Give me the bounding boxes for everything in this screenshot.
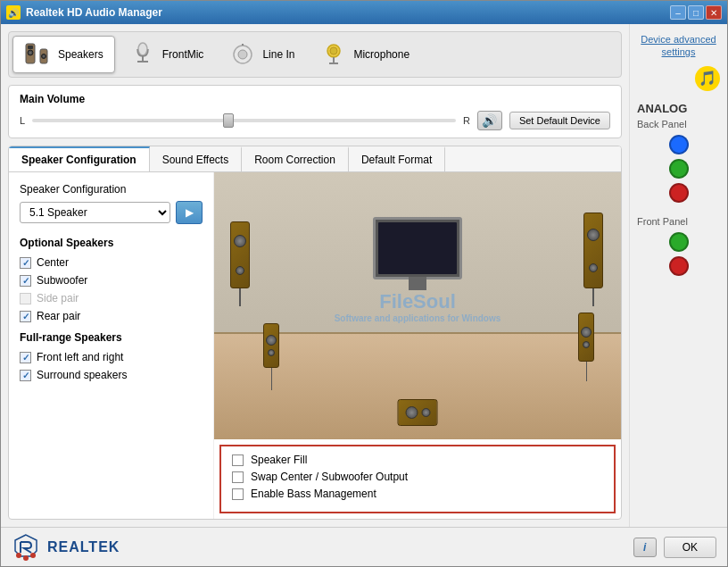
linein-icon: [228, 40, 257, 69]
svg-point-14: [330, 47, 337, 54]
svg-rect-3: [28, 46, 33, 49]
volume-slider[interactable]: [32, 119, 456, 122]
tab-header-default-format[interactable]: Default Format: [349, 146, 445, 171]
ok-button[interactable]: OK: [664, 537, 716, 558]
checkbox-center-input[interactable]: [20, 257, 31, 269]
checkbox-rear-pair-input[interactable]: [20, 311, 31, 322]
volume-row: L R 🔊 Set Default Device: [20, 111, 610, 130]
volume-label: Main Volume: [20, 93, 610, 105]
front-panel-label: Front Panel: [637, 216, 688, 227]
checkbox-side-pair: Side pair: [20, 292, 203, 304]
right-rear-speaker: [583, 213, 603, 306]
options-box: Speaker Fill Swap Center / Subwoofer Out…: [219, 445, 616, 513]
close-button[interactable]: ✕: [706, 5, 722, 20]
maximize-button[interactable]: □: [688, 5, 704, 20]
optional-speakers-title: Optional Speakers: [20, 237, 203, 249]
tab-frontmic[interactable]: FrontMic: [117, 36, 216, 73]
title-bar-left: 🔊 Realtek HD Audio Manager: [6, 5, 162, 20]
front-connector-green[interactable]: [669, 232, 689, 252]
option-speaker-fill-label: Speaker Fill: [251, 454, 307, 466]
bottom-bar: REALTEK i OK: [1, 527, 727, 566]
tab-header-speaker-config[interactable]: Speaker Configuration: [9, 146, 150, 171]
svg-point-18: [16, 553, 21, 558]
speaker-visualization: FileSoul Software and applications for W…: [214, 172, 621, 439]
play-button[interactable]: ▶: [176, 201, 203, 224]
tab-microphone-label: Microphone: [353, 48, 410, 61]
content-area: Speakers FrontMic: [1, 24, 727, 527]
set-default-button[interactable]: Set Default Device: [509, 112, 610, 129]
tabs-panel: Speaker Configuration Sound Effects Room…: [8, 146, 622, 520]
full-range-title: Full-range Speakers: [20, 331, 203, 344]
mute-button[interactable]: 🔊: [477, 111, 502, 130]
tab-header-sound-effects[interactable]: Sound Effects: [150, 146, 243, 171]
svg-point-6: [43, 55, 45, 57]
checkbox-rear-pair-label: Rear pair: [37, 310, 80, 322]
svg-point-17: [23, 555, 29, 561]
svg-point-2: [29, 52, 32, 54]
volume-section: Main Volume L R 🔊 Set Default Device: [8, 85, 622, 138]
minimize-button[interactable]: –: [670, 5, 686, 20]
app-icon: 🔊: [6, 5, 21, 20]
checkbox-rear-pair: Rear pair: [20, 310, 203, 322]
back-connector-red[interactable]: [669, 183, 689, 203]
checkbox-front-lr: Front left and right: [20, 351, 203, 363]
volume-thumb[interactable]: [223, 113, 234, 128]
checkbox-center: Center: [20, 256, 203, 269]
checkbox-subwoofer-label: Subwoofer: [37, 274, 87, 287]
tv-display: [373, 217, 462, 279]
checkbox-speaker-fill[interactable]: [232, 454, 244, 466]
brand-name: REALTEK: [47, 539, 120, 555]
checkbox-front-lr-input[interactable]: [20, 352, 31, 363]
checkbox-front-lr-label: Front left and right: [37, 351, 123, 363]
option-enable-bass-label: Enable Bass Management: [251, 488, 376, 500]
back-panel-label: Back Panel: [637, 119, 687, 129]
right-sidebar: Device advanced settings 🎵 ANALOG Back P…: [629, 24, 727, 527]
checkbox-enable-bass[interactable]: [232, 488, 244, 500]
realtek-logo: REALTEK: [12, 533, 120, 562]
checkbox-subwoofer-input[interactable]: [20, 275, 31, 287]
option-enable-bass: Enable Bass Management: [232, 488, 603, 500]
tab-microphone[interactable]: Microphone: [308, 36, 421, 73]
option-swap-center-label: Swap Center / Subwoofer Output: [251, 471, 408, 483]
config-select-row: 5.1 Speaker Stereo Quadraphonic 7.1 Spea…: [20, 201, 203, 224]
tab-linein-label: Line In: [262, 48, 294, 61]
tab-speakers[interactable]: Speakers: [12, 36, 115, 73]
checkbox-center-label: Center: [37, 256, 69, 269]
play-icon: ▶: [186, 206, 194, 219]
volume-right-marker: R: [463, 115, 470, 126]
device-tabs: Speakers FrontMic: [8, 31, 622, 78]
checkbox-surround: Surround speakers: [20, 369, 203, 381]
back-connector-blue[interactable]: [669, 135, 689, 154]
frontmic-icon: [128, 40, 157, 69]
speaker-config-select[interactable]: 5.1 Speaker Stereo Quadraphonic 7.1 Spea…: [20, 202, 170, 223]
left-rear-speaker: [230, 221, 250, 306]
window-controls: – □ ✕: [670, 5, 722, 20]
checkbox-subwoofer: Subwoofer: [20, 274, 203, 287]
option-swap-center: Swap Center / Subwoofer Output: [232, 471, 603, 483]
svg-point-11: [238, 50, 247, 59]
back-connector-green[interactable]: [669, 159, 689, 179]
right-panel: FileSoul Software and applications for W…: [214, 172, 621, 519]
title-bar: 🔊 Realtek HD Audio Manager – □ ✕: [1, 1, 727, 24]
checkbox-surround-input[interactable]: [20, 370, 31, 381]
tab-frontmic-label: FrontMic: [162, 48, 204, 61]
device-advanced-link[interactable]: Device advanced settings: [637, 33, 720, 59]
checkbox-swap-center[interactable]: [232, 471, 244, 483]
bottom-right-controls: i OK: [633, 537, 716, 558]
speakers-icon: [24, 40, 53, 69]
tab-headers: Speaker Configuration Sound Effects Room…: [9, 146, 621, 172]
left-panel: Speaker Configuration 5.1 Speaker Stereo…: [9, 172, 214, 519]
front-connector-red[interactable]: [669, 256, 689, 276]
right-front-speaker: [578, 313, 594, 381]
tab-header-room-correction[interactable]: Room Correction: [242, 146, 349, 171]
checkbox-side-pair-input[interactable]: [20, 293, 31, 304]
tab-speakers-label: Speakers: [58, 48, 103, 61]
realtek-emblem-icon: [12, 533, 40, 562]
option-speaker-fill: Speaker Fill: [232, 454, 603, 466]
main-area: Speakers FrontMic: [1, 24, 629, 527]
info-button[interactable]: i: [633, 538, 657, 557]
note-icon: 🎵: [695, 66, 720, 91]
tab-linein[interactable]: Line In: [217, 36, 306, 73]
volume-left-marker: L: [20, 115, 25, 126]
checkbox-surround-label: Surround speakers: [37, 369, 127, 381]
